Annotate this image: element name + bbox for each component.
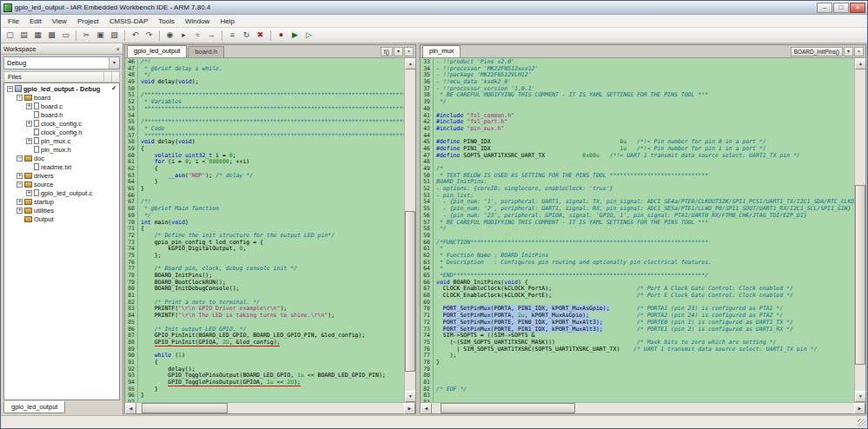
code-line[interactable]: 74 kGPIO_DigitalOutput, 0, — [125, 246, 404, 253]
code-line[interactable]: 55/*************************************… — [125, 119, 404, 126]
code-line[interactable]: 58 */ — [421, 226, 854, 233]
scroll-right-icon[interactable]: ▶ — [404, 403, 415, 414]
scroll-up-icon[interactable]: ▲ — [855, 58, 866, 69]
tab-dropdown-icon[interactable]: ▾ — [844, 47, 853, 56]
collapse-icon[interactable]: − — [17, 182, 23, 188]
tree-item-startup[interactable]: +startup — [4, 197, 119, 206]
workspace-header[interactable]: Workspace × — [1, 43, 123, 55]
expand-icon[interactable]: + — [26, 190, 32, 196]
scroll-left-icon[interactable]: ◀ — [421, 403, 432, 414]
menu-cmsis-dap[interactable]: CMSIS-DAP — [104, 16, 153, 26]
tree-item-utilities[interactable]: +utilities — [4, 206, 119, 214]
function-list-button[interactable]: f() — [381, 47, 393, 56]
code-line[interactable]: 68 CLOCK_EnableClock(kCLOCK_PortE); /* P… — [421, 293, 854, 300]
collapse-icon[interactable]: − — [17, 95, 23, 101]
code-line[interactable]: 90 while (1) — [125, 353, 404, 360]
left-vertical-scrollbar[interactable]: ▲ ▼ — [404, 58, 415, 402]
code-line[interactable]: 47#define SOPT5_UART1TXSRC_UART_TX 0x00u… — [421, 153, 854, 160]
code-line[interactable]: 88 GPIO_PinInit(GPIOA, 2U, &led_config); — [125, 340, 404, 346]
code-line[interactable]: 63 * Description : Configures pin routin… — [421, 260, 854, 267]
left-editor-code[interactable]: 46/*!47 * @brief delay a while.48 */49vo… — [125, 58, 404, 402]
code-line[interactable]: 81 — [421, 380, 854, 386]
scrollbar-thumb[interactable] — [405, 211, 415, 372]
collapse-icon[interactable]: − — [17, 155, 23, 162]
code-line[interactable]: 63 __asm("NOP"); /* delay */ — [125, 173, 404, 180]
menu-file[interactable]: File — [3, 16, 24, 26]
tree-item-board-c[interactable]: +board.c — [4, 102, 119, 110]
save-all-icon[interactable]: ▩ — [45, 29, 58, 42]
code-line[interactable]: 80 BOARD_InitDebugConsole(); — [125, 286, 404, 293]
download-and-debug-icon[interactable]: ▶ — [288, 29, 301, 42]
new-document-icon[interactable]: ▢ — [3, 29, 17, 42]
print-icon[interactable]: ▭ — [59, 29, 72, 42]
tab-dropdown-icon[interactable]: ▾ — [394, 47, 403, 56]
function-selector[interactable]: BOARD_InitPins() — [791, 47, 843, 56]
menu-tools[interactable]: Tools — [153, 16, 180, 26]
tree-item-doc[interactable]: −doc — [4, 154, 119, 162]
code-line[interactable]: 95 } — [125, 386, 404, 393]
tree-item-readme-txt[interactable]: readme.txt — [4, 162, 119, 171]
right-editor-code[interactable]: 33- !!product 'Pins v2.0'34- !!processor… — [421, 58, 854, 402]
expand-icon[interactable]: + — [26, 138, 32, 144]
left-hscroll-track[interactable] — [136, 403, 404, 413]
code-line[interactable]: 83 — [421, 393, 854, 399]
code-line[interactable]: 53 *************************************… — [125, 106, 404, 113]
code-line[interactable]: 68 * @brief Main function — [125, 206, 404, 213]
right-vertical-scrollbar[interactable]: ▲ ▼ — [854, 58, 865, 402]
stop-build-icon[interactable]: ✖ — [254, 29, 267, 42]
close-editor-icon[interactable]: × — [854, 47, 864, 56]
code-line[interactable]: 52- options: {coreID: singlecore, enable… — [421, 186, 854, 193]
open-file-icon[interactable]: ▤ — [17, 29, 30, 42]
code-line[interactable]: 39 */ — [421, 99, 854, 106]
maximize-icon[interactable]: □ — [833, 3, 849, 13]
left-vscroll-track[interactable] — [405, 69, 415, 391]
title-bar[interactable]: gpio_led_output - IAR Embedded Workbench… — [1, 1, 867, 15]
toggle-breakpoint-icon[interactable]: ● — [275, 29, 288, 42]
code-line[interactable]: 78} — [421, 360, 854, 366]
paste-icon[interactable]: ▨ — [108, 29, 121, 42]
code-line[interactable]: 75 }; — [125, 253, 404, 260]
code-line[interactable]: 84 PRINTF("\r\n The LED is taking turns … — [125, 313, 404, 320]
expand-icon[interactable]: + — [17, 199, 23, 205]
debug-without-downloading-icon[interactable]: ▷ — [302, 29, 315, 42]
code-line[interactable]: 80 — [421, 373, 854, 380]
workspace-close-icon[interactable]: × — [116, 45, 120, 53]
code-line[interactable]: 94 GPIO_TogglePinsOutput(GPIOA, 1u << 2U… — [125, 380, 404, 386]
find-next-icon[interactable]: ▸ — [177, 29, 190, 42]
tree-item-pin-mux-h[interactable]: pin_mux.h — [4, 145, 119, 154]
right-hscroll-track[interactable] — [432, 403, 854, 413]
code-line[interactable]: 64 } — [125, 179, 404, 186]
editor-tab-board-h[interactable]: board.h — [188, 46, 223, 57]
expand-icon[interactable]: + — [17, 208, 23, 214]
code-line[interactable]: 79 — [421, 366, 854, 373]
configuration-dropdown[interactable]: Debug ▾ — [3, 56, 120, 69]
save-icon[interactable]: ▦ — [31, 29, 44, 42]
editor-tab-pin-mux[interactable]: pin_mux — [422, 45, 461, 57]
scrollbar-thumb[interactable] — [855, 185, 865, 365]
resize-grip[interactable] — [858, 419, 866, 427]
menu-view[interactable]: View — [47, 16, 72, 26]
minimize-icon[interactable]: – — [817, 3, 832, 13]
code-line[interactable]: 38 * BE CAREFUL MODIFYING THIS COMMENT -… — [421, 92, 854, 99]
tree-item-clock-config-c[interactable]: +clock_config.c — [4, 119, 119, 128]
right-horizontal-scrollbar[interactable]: ◀ ▶ — [421, 402, 865, 413]
close-icon[interactable]: × — [850, 3, 865, 13]
tree-item-board[interactable]: −board — [4, 93, 119, 102]
code-line[interactable]: 65} — [125, 186, 404, 193]
code-line[interactable]: 61 for (i = 0; i < 800000; ++i) — [125, 159, 404, 166]
scroll-left-icon[interactable]: ◀ — [125, 403, 136, 414]
code-line[interactable]: 76 | SIM_SOPT5_UART1TXSRC(SOPT5_UART1TXS… — [421, 346, 854, 353]
dropdown-arrow-icon[interactable]: ▾ — [109, 57, 119, 69]
collapse-icon[interactable]: − — [7, 86, 13, 92]
menu-window[interactable]: Window — [180, 16, 215, 26]
code-line[interactable]: 43#include "pin_mux.h" — [421, 126, 854, 133]
scroll-right-icon[interactable]: ▶ — [854, 403, 865, 414]
files-column-header[interactable]: Files — [3, 71, 120, 82]
scrollbar-thumb[interactable] — [142, 403, 228, 413]
expand-icon[interactable]: + — [26, 103, 32, 109]
menu-project[interactable]: Project — [72, 16, 104, 26]
left-horizontal-scrollbar[interactable]: ◀ ▶ — [125, 402, 415, 413]
make-icon[interactable]: ≡ — [226, 29, 239, 42]
cut-icon[interactable]: ✂ — [80, 29, 93, 42]
compile-icon[interactable]: ↻ — [240, 29, 253, 42]
